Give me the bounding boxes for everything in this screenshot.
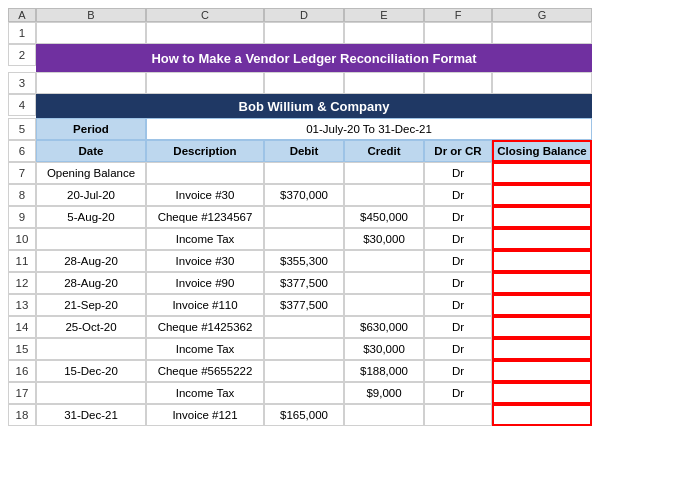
row12-credit[interactable] xyxy=(344,272,424,294)
row3-e[interactable] xyxy=(344,72,424,94)
row3-c[interactable] xyxy=(146,72,264,94)
row11-closing-balance[interactable] xyxy=(492,250,592,272)
row9-closing-balance[interactable] xyxy=(492,206,592,228)
row8-description[interactable]: Invoice #30 xyxy=(146,184,264,206)
row9-debit[interactable] xyxy=(264,206,344,228)
row10-date[interactable] xyxy=(36,228,146,250)
row8-credit[interactable] xyxy=(344,184,424,206)
row13-debit[interactable]: $377,500 xyxy=(264,294,344,316)
row18-description[interactable]: Invoice #121 xyxy=(146,404,264,426)
row16-date[interactable]: 15-Dec-20 xyxy=(36,360,146,382)
row7-description[interactable] xyxy=(146,162,264,184)
row3-b[interactable] xyxy=(36,72,146,94)
row-num-6: 6 xyxy=(8,140,36,162)
row13-dr-cr[interactable]: Dr xyxy=(424,294,492,316)
row16-description[interactable]: Cheque #5655222 xyxy=(146,360,264,382)
row3-d[interactable] xyxy=(264,72,344,94)
row17-dr-cr[interactable]: Dr xyxy=(424,382,492,404)
row14-debit[interactable] xyxy=(264,316,344,338)
row10-dr-cr[interactable]: Dr xyxy=(424,228,492,250)
row15-dr-cr[interactable]: Dr xyxy=(424,338,492,360)
row-num-17: 17 xyxy=(8,382,36,404)
row11-description[interactable]: Invoice #30 xyxy=(146,250,264,272)
row16-dr-cr[interactable]: Dr xyxy=(424,360,492,382)
row15-closing-balance[interactable] xyxy=(492,338,592,360)
row10-description[interactable]: Income Tax xyxy=(146,228,264,250)
col-label-credit: Credit xyxy=(344,140,424,162)
row8-dr-cr[interactable]: Dr xyxy=(424,184,492,206)
row17-debit[interactable] xyxy=(264,382,344,404)
row8-closing-balance[interactable] xyxy=(492,184,592,206)
row1-g[interactable] xyxy=(492,22,592,44)
col-header-f: F xyxy=(424,8,492,22)
row18-closing-balance[interactable] xyxy=(492,404,592,426)
row13-description[interactable]: Invoice #110 xyxy=(146,294,264,316)
row12-description[interactable]: Invoice #90 xyxy=(146,272,264,294)
row12-date[interactable]: 28-Aug-20 xyxy=(36,272,146,294)
company-name: Bob Willium & Company xyxy=(36,94,592,118)
row14-date[interactable]: 25-Oct-20 xyxy=(36,316,146,338)
row11-debit[interactable]: $355,300 xyxy=(264,250,344,272)
row-9: 9 5-Aug-20 Cheque #1234567 $450,000 Dr xyxy=(8,206,676,228)
row18-debit[interactable]: $165,000 xyxy=(264,404,344,426)
row7-date[interactable]: Opening Balance xyxy=(36,162,146,184)
row7-dr-cr[interactable]: Dr xyxy=(424,162,492,184)
row16-closing-balance[interactable] xyxy=(492,360,592,382)
row7-closing-balance[interactable] xyxy=(492,162,592,184)
row17-closing-balance[interactable] xyxy=(492,382,592,404)
row-16: 16 15-Dec-20 Cheque #5655222 $188,000 Dr xyxy=(8,360,676,382)
row15-credit[interactable]: $30,000 xyxy=(344,338,424,360)
row13-date[interactable]: 21-Sep-20 xyxy=(36,294,146,316)
row1-c[interactable] xyxy=(146,22,264,44)
row17-credit[interactable]: $9,000 xyxy=(344,382,424,404)
row9-dr-cr[interactable]: Dr xyxy=(424,206,492,228)
row12-closing-balance[interactable] xyxy=(492,272,592,294)
row9-date[interactable]: 5-Aug-20 xyxy=(36,206,146,228)
row12-dr-cr[interactable]: Dr xyxy=(424,272,492,294)
row-num-3: 3 xyxy=(8,72,36,94)
col-header-row: A B C D E F G xyxy=(8,8,676,22)
row18-date[interactable]: 31-Dec-21 xyxy=(36,404,146,426)
row14-dr-cr[interactable]: Dr xyxy=(424,316,492,338)
row3-g[interactable] xyxy=(492,72,592,94)
col-header-g: G xyxy=(492,8,592,22)
row13-credit[interactable] xyxy=(344,294,424,316)
row16-debit[interactable] xyxy=(264,360,344,382)
spreadsheet-title: How to Make a Vendor Ledger Reconciliati… xyxy=(36,44,592,72)
row1-d[interactable] xyxy=(264,22,344,44)
row17-description[interactable]: Income Tax xyxy=(146,382,264,404)
row15-date[interactable] xyxy=(36,338,146,360)
row14-description[interactable]: Cheque #1425362 xyxy=(146,316,264,338)
row14-credit[interactable]: $630,000 xyxy=(344,316,424,338)
row12-debit[interactable]: $377,500 xyxy=(264,272,344,294)
row10-credit[interactable]: $30,000 xyxy=(344,228,424,250)
row14-closing-balance[interactable] xyxy=(492,316,592,338)
row7-debit[interactable] xyxy=(264,162,344,184)
row-3: 3 xyxy=(8,72,676,94)
row11-dr-cr[interactable]: Dr xyxy=(424,250,492,272)
row17-date[interactable] xyxy=(36,382,146,404)
row1-e[interactable] xyxy=(344,22,424,44)
row13-closing-balance[interactable] xyxy=(492,294,592,316)
row16-credit[interactable]: $188,000 xyxy=(344,360,424,382)
row11-date[interactable]: 28-Aug-20 xyxy=(36,250,146,272)
row-num-8: 8 xyxy=(8,184,36,206)
row10-closing-balance[interactable] xyxy=(492,228,592,250)
row9-description[interactable]: Cheque #1234567 xyxy=(146,206,264,228)
row10-debit[interactable] xyxy=(264,228,344,250)
col-label-debit: Debit xyxy=(264,140,344,162)
row15-debit[interactable] xyxy=(264,338,344,360)
row8-date[interactable]: 20-Jul-20 xyxy=(36,184,146,206)
row-num-10: 10 xyxy=(8,228,36,250)
row15-description[interactable]: Income Tax xyxy=(146,338,264,360)
row7-credit[interactable] xyxy=(344,162,424,184)
row1-b[interactable] xyxy=(36,22,146,44)
row18-credit[interactable] xyxy=(344,404,424,426)
row18-dr-cr[interactable] xyxy=(424,404,492,426)
row-num-1: 1 xyxy=(8,22,36,44)
row11-credit[interactable] xyxy=(344,250,424,272)
row1-f[interactable] xyxy=(424,22,492,44)
row8-debit[interactable]: $370,000 xyxy=(264,184,344,206)
row9-credit[interactable]: $450,000 xyxy=(344,206,424,228)
row3-f[interactable] xyxy=(424,72,492,94)
